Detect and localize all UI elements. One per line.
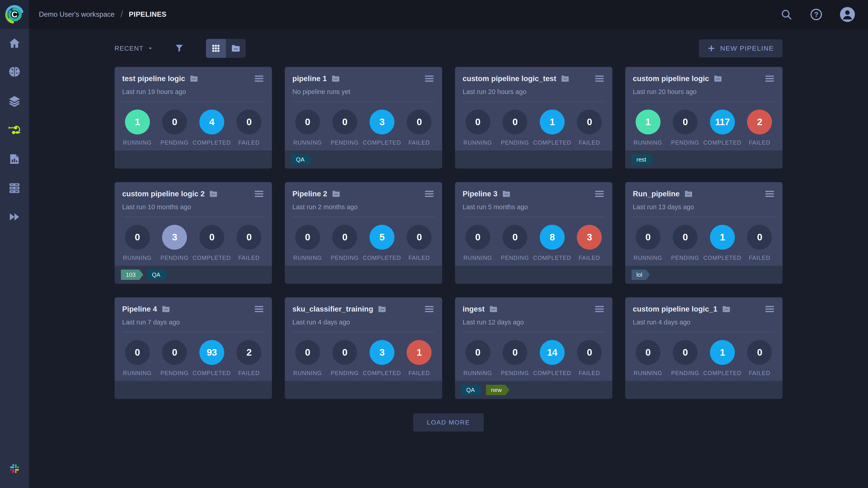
stat-label: PENDING [160, 370, 188, 377]
stat-label: PENDING [331, 255, 359, 261]
card-menu-button[interactable] [424, 74, 434, 83]
new-pipeline-button[interactable]: NEW PIPELINE [699, 39, 782, 57]
filter-button[interactable] [174, 43, 184, 54]
stat-value: 14 [547, 347, 557, 358]
sidebar-item-projects[interactable] [0, 58, 29, 87]
sidebar-item-slack[interactable] [0, 454, 29, 483]
folder-view-button[interactable] [226, 39, 246, 58]
card-menu-button[interactable] [424, 304, 434, 314]
stat: 0 FAILED [232, 109, 266, 146]
card-tags: QA [285, 151, 442, 168]
card-tags [285, 266, 442, 284]
card-tags [285, 381, 442, 399]
pipeline-card[interactable]: custom pipeline logic_test Last run 20 h… [455, 67, 612, 168]
sidebar-item-applications[interactable] [0, 202, 29, 231]
stat-label: PENDING [671, 139, 699, 146]
search-button[interactable] [780, 8, 793, 21]
card-menu-button[interactable] [254, 74, 264, 83]
stat-circle: 0 [199, 225, 224, 250]
user-menu-button[interactable] [840, 7, 855, 22]
stat: 1 FAILED [402, 340, 436, 377]
load-more-button[interactable]: LOAD MORE [413, 414, 484, 431]
stat: 8 COMPLETED [535, 225, 569, 261]
stat: 0 FAILED [402, 109, 436, 146]
pipeline-card-title: Pipeline 3 [463, 190, 498, 198]
stat-value: 1 [645, 117, 650, 127]
pipeline-card[interactable]: Pipeline 2 Last run 2 months ago 0 [285, 182, 442, 284]
stat-value: 0 [135, 347, 140, 358]
toolbar: RECENT [115, 39, 782, 58]
card-menu-button[interactable] [765, 189, 775, 198]
stat-value: 0 [757, 232, 762, 242]
pipeline-card[interactable]: test pipeline logic Last run 19 hours ag… [115, 67, 272, 168]
pipeline-card[interactable]: custom pipeline logic 2 Last run 10 mont… [115, 182, 272, 284]
user-avatar-icon [840, 7, 855, 22]
sidebar-item-workers[interactable] [0, 173, 29, 202]
pipeline-card-lastrun: Last run 4 days ago [633, 319, 775, 326]
breadcrumb-workspace[interactable]: Demo User's workspace [39, 10, 115, 19]
breadcrumb-separator: / [121, 9, 123, 19]
breadcrumb: Demo User's workspace / PIPELINES [39, 9, 166, 20]
help-button[interactable]: ? [810, 8, 823, 21]
stat-circle: 3 [577, 225, 602, 250]
pipeline-card[interactable]: ingest Last run 12 days ago 0 [455, 297, 612, 399]
stat-value: 1 [720, 347, 725, 358]
card-menu-button[interactable] [594, 189, 604, 198]
card-tags: QAnew [455, 381, 612, 399]
stat: 0 FAILED [743, 340, 776, 377]
pipeline-card[interactable]: Pipeline 3 Last run 5 months ago 0 [455, 182, 612, 284]
card-stats: 0 RUNNING 0 PENDING 1 COMPLETED 0 FAILED [455, 102, 612, 146]
clearml-logo[interactable]: C [0, 0, 29, 29]
workers-queues-icon [8, 182, 21, 195]
stat-value: 0 [683, 232, 688, 242]
stat-circle: 0 [162, 109, 187, 134]
topbar-actions: ? [780, 7, 868, 22]
pipeline-card[interactable]: sku_classifier_training Last run 4 days … [285, 297, 442, 399]
stat-value: 0 [305, 232, 310, 242]
pipeline-card-title: ingest [463, 305, 485, 313]
home-icon [8, 37, 21, 50]
pipeline-card-title: Pipeline 2 [292, 190, 327, 198]
stat: 0 PENDING [158, 109, 191, 146]
project-folder-icon [502, 190, 510, 197]
card-menu-button[interactable] [765, 304, 775, 314]
stat-label: COMPLETED [193, 255, 231, 261]
pipeline-card[interactable]: custom pipeline logic Last run 20 hours … [625, 67, 782, 168]
pipeline-card[interactable]: Pipeline 4 Last run 7 days ago 0 [115, 297, 272, 399]
sidebar-item-reports[interactable] [0, 144, 29, 173]
stat-value: 0 [475, 347, 480, 358]
stat-label: COMPLETED [193, 370, 231, 377]
card-menu-button[interactable] [765, 74, 775, 83]
card-tags: lol [625, 266, 782, 284]
stat-value: 0 [209, 232, 214, 242]
stat-circle: 2 [747, 109, 772, 134]
card-menu-button[interactable] [594, 304, 604, 314]
tag: lol [631, 269, 650, 280]
pipeline-card[interactable]: pipeline 1 No pipeline runs yet 0 [285, 67, 442, 168]
stat-circle: 1 [710, 225, 735, 250]
project-folder-icon [684, 190, 693, 197]
card-menu-button[interactable] [254, 304, 264, 314]
card-menu-button[interactable] [424, 189, 434, 198]
grid-view-button[interactable] [206, 39, 226, 58]
hamburger-menu-icon [424, 74, 434, 83]
stat: 1 COMPLETED [706, 340, 739, 377]
sidebar-item-pipelines[interactable] [0, 116, 29, 144]
projects-brain-icon [8, 66, 21, 79]
hamburger-menu-icon [254, 74, 264, 83]
stat-label: FAILED [408, 255, 430, 261]
sidebar-item-datasets[interactable] [0, 87, 29, 116]
sort-dropdown[interactable]: RECENT [115, 45, 153, 52]
sidebar-item-home[interactable] [0, 29, 29, 58]
stat-label: RUNNING [463, 370, 492, 377]
card-menu-button[interactable] [254, 189, 264, 198]
stat-circle: 0 [636, 225, 660, 250]
pipeline-card[interactable]: Run_pipeline Last run 13 days ago 0 [625, 182, 782, 284]
stat-circle: 0 [502, 340, 527, 365]
hamburger-menu-icon [424, 189, 434, 198]
pipeline-card[interactable]: custom pipeline logic_1 Last run 4 days … [625, 297, 782, 399]
card-menu-button[interactable] [594, 74, 604, 83]
pipeline-card-title: custom pipeline logic [633, 74, 709, 83]
pipeline-card-header: Pipeline 2 Last run 2 months ago [285, 182, 442, 217]
pipeline-card-header: custom pipeline logic_1 Last run 4 days … [625, 297, 782, 332]
